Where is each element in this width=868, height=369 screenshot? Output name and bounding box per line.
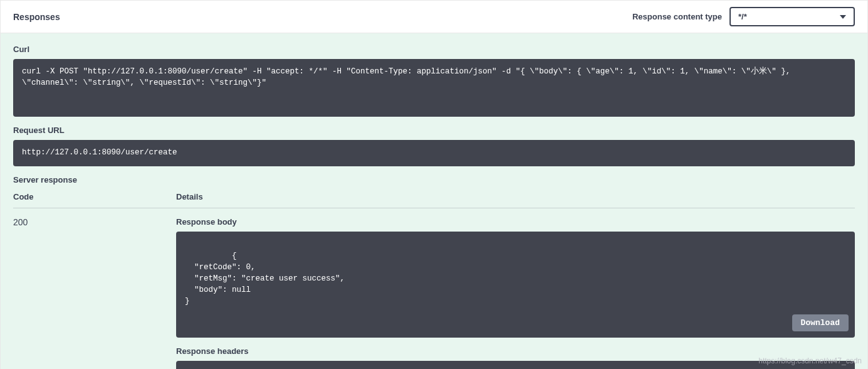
responses-panel: Responses Response content type */* Curl… [0, 0, 868, 369]
response-headers-label: Response headers [176, 346, 855, 356]
response-body-content: { "retCode": 0, "retMsg": "create user s… [185, 252, 345, 306]
responses-header: Responses Response content type */* [1, 1, 867, 33]
request-url-label: Request URL [13, 126, 855, 135]
status-code: 200 [13, 217, 176, 227]
request-url-block[interactable]: http://127.0.0.1:8090/user/create [13, 140, 855, 166]
response-table-header: Code Details [13, 192, 855, 208]
curl-label: Curl [13, 45, 855, 54]
response-table-row: 200 Response body { "retCode": 0, "retMs… [13, 217, 855, 370]
details-column: Response body { "retCode": 0, "retMsg": … [176, 217, 855, 370]
curl-block[interactable]: curl -X POST "http://127.0.0.1:8090/user… [13, 59, 855, 117]
content-type-group: Response content type */* [632, 7, 855, 26]
content-type-select[interactable]: */* [729, 7, 855, 26]
server-response-label: Server response [13, 175, 855, 184]
column-details-header: Details [176, 192, 855, 201]
response-section: Curl curl -X POST "http://127.0.0.1:8090… [1, 33, 867, 369]
column-code-header: Code [13, 192, 176, 201]
response-body-block[interactable]: { "retCode": 0, "retMsg": "create user s… [176, 232, 855, 338]
download-button[interactable]: Download [792, 314, 849, 331]
responses-title: Responses [13, 12, 60, 22]
response-body-label: Response body [176, 217, 855, 227]
response-headers-block[interactable]: content-type: application/json;charset=U… [176, 361, 855, 370]
content-type-value: */* [738, 12, 747, 21]
chevron-down-icon [840, 15, 846, 19]
content-type-label: Response content type [632, 12, 722, 21]
